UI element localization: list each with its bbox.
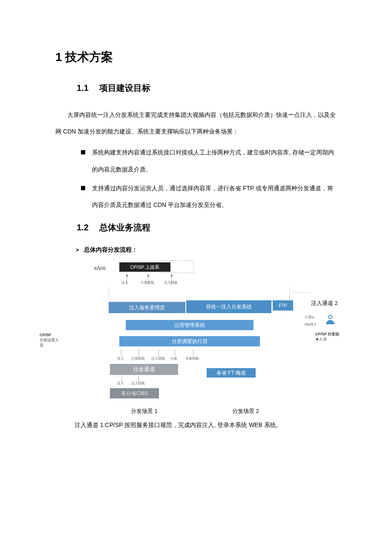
flow-diagram: ≡Λi≡i CP/SP 上游系 注入 介质获取 注入回执 注入服务受理层 容统一… xyxy=(75,260,356,414)
diagram-right-role-2: ★人员 xyxy=(315,337,349,342)
diagram-dist-channel: 分发通道 xyxy=(110,364,178,375)
square-bullet-icon xyxy=(81,150,85,154)
arrow-line xyxy=(121,349,121,356)
diagram-layer-accept: 注入服务受理层 xyxy=(109,302,185,313)
diagram-arrow-label-2-2: 介质获取 xyxy=(131,356,145,361)
bullet-item-1: 系统构建支持内容通过系统接口对接或人工上传两种方式，建立临时内容库, 存储一定周… xyxy=(81,144,337,177)
heading-1-2-text: 总体业务流程 xyxy=(99,223,150,232)
diagram-arrow-label-2-1: 注入 xyxy=(117,356,124,361)
diagram-arrow-label-3-2: 注入回执 xyxy=(131,381,145,386)
diagram-arrow-label-2-5: 分发回执 xyxy=(185,356,199,361)
arrow-line xyxy=(175,349,175,356)
heading-1: 1 技术方案 xyxy=(55,49,337,65)
arrow-line xyxy=(121,376,122,381)
diagram-left-role-2: 分发运营人 xyxy=(40,338,69,343)
arrow-line xyxy=(159,349,159,356)
diagram-left-role-3: 员 xyxy=(40,343,69,348)
person-icon xyxy=(325,315,335,325)
heading-1-1-text: 项目建设目标 xyxy=(99,83,150,93)
diagram-arrow-label-1-2: 介质获取 xyxy=(141,280,154,285)
diagram-right-role: CP/SP 分发运 ★人员 xyxy=(315,332,349,342)
section1-bullet-list: 系统构建支持内容通过系统接口对接或人工上传两种方式，建立临时内容库, 存储一定周… xyxy=(81,144,337,213)
diagram-arrow-label-3-1: 注入 xyxy=(117,381,124,386)
diagram-left-role-1: CP/SP xyxy=(40,333,69,338)
heading-1-1: 1.1 项目建设目标 xyxy=(77,82,337,94)
arrow-line xyxy=(138,376,139,381)
diagram-arrow-label-1-3: 注入回执 xyxy=(164,280,178,285)
diagram-ftp-box: FTP xyxy=(273,300,293,311)
bullet-item-2: 支持通过内容分发运营人员，通过选择内容库，进行各省 FTP 或专用通道两种分发通… xyxy=(81,180,337,213)
section1-para: 大屏内容统一注入分发系统主要完成支持集团大视频内容（包括元数据和介质）快速一点注… xyxy=(55,107,337,140)
diagram-cms-box: 各分省CMS xyxy=(110,388,159,398)
chevron-right-icon: ＞ xyxy=(75,246,81,253)
diagram-ft-channel: 各省 FT 嗨道 xyxy=(207,368,256,378)
section2-subheading: ＞ 总体内容分发流程： xyxy=(75,246,337,254)
diagram-scene1: 分发场景 1 xyxy=(131,407,158,415)
diagram-dashed-connector xyxy=(293,292,310,293)
section2-subheading-text: 总体内容分发流程： xyxy=(84,246,138,253)
heading-1-1-num: 1.1 xyxy=(77,83,89,93)
arrow-line xyxy=(193,349,193,356)
diagram-right-small-2: 内&导入 xyxy=(305,322,317,327)
diagram-arrow-label-2-3: 注入回执 xyxy=(151,356,165,361)
arrow-up-icon xyxy=(170,274,173,276)
diagram-dashed-box-2 xyxy=(109,287,290,302)
diagram-left-role: CP/SP 分发运营人 员 xyxy=(40,333,69,348)
diagram-layer-ops: 运营管理系统 xyxy=(126,320,254,330)
section2-footer-para: 注入通道 1:CP/SP 按照服务接口规范，完成内容注入, 登录本系统 WEB … xyxy=(75,419,337,431)
diagram-channel2-label: 注入通道 2 xyxy=(311,299,338,307)
diagram-right-role-1: CP/SP 分发运 xyxy=(315,332,349,337)
diagram-system-title: 容统一注入分发系统 xyxy=(186,300,271,313)
diagram-equation: ≡Λi≡i xyxy=(94,265,105,271)
diagram-cpsp-upstream: CP/SP 上游系 xyxy=(119,262,170,272)
diagram-scene2: 分发场景 2 xyxy=(232,407,259,415)
bullet-text-2: 支持通过内容分发运营人员，通过选择内容库，进行各省 FTP 或专用通道两种分发通… xyxy=(92,180,337,213)
diagram-arrow-label-1-1: 注入 xyxy=(121,280,128,285)
diagram-layer-exec: 分发调度执行层 xyxy=(119,336,260,346)
diagram-arrow-label-2-4: 分发 xyxy=(170,356,177,361)
arrow-up-icon xyxy=(147,274,150,276)
square-bullet-icon xyxy=(81,186,85,190)
arrow-line xyxy=(138,349,139,356)
arrow-up-icon xyxy=(126,274,128,276)
diagram-right-small-1: 介质te xyxy=(305,315,314,320)
heading-1-2: 1.2 总体业务流程 xyxy=(77,222,337,233)
bullet-text-1: 系统构建支持内容通过系统接口对接或人工上传两种方式，建立临时内容库, 存储一定周… xyxy=(92,144,337,177)
heading-1-2-num: 1.2 xyxy=(77,223,89,232)
